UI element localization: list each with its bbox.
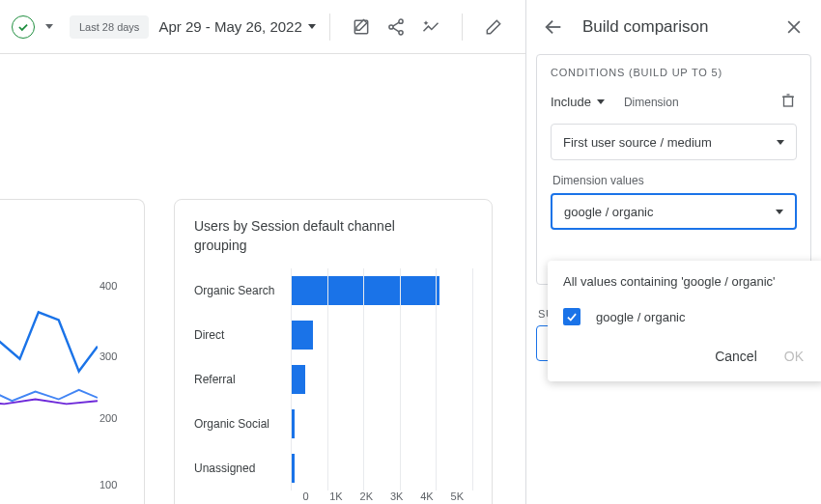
- customize-report-icon[interactable]: [348, 14, 375, 41]
- bar-row: Referral: [194, 357, 472, 402]
- bar-track: [291, 402, 472, 446]
- svg-line-4: [393, 22, 399, 26]
- bar-x-tick: 5K: [442, 490, 472, 502]
- svg-point-2: [389, 24, 393, 28]
- bar-label: Unassigned: [194, 462, 291, 475]
- y-tick: 100: [99, 479, 128, 490]
- line-chart-card: over time 400 300 200 100 22: [0, 199, 145, 504]
- share-icon[interactable]: [382, 14, 410, 41]
- svg-point-1: [399, 19, 403, 23]
- conditions-heading: CONDITIONS (BUILD UP TO 5): [551, 67, 797, 78]
- chevron-down-icon: [777, 140, 784, 145]
- bar-track: [291, 446, 472, 490]
- delete-icon[interactable]: [779, 92, 797, 112]
- status-dropdown-icon[interactable]: [37, 24, 56, 29]
- back-arrow-icon[interactable]: [542, 16, 565, 38]
- bar-fill: [291, 321, 313, 350]
- bar-label: Organic Search: [194, 284, 291, 297]
- cancel-button[interactable]: Cancel: [715, 349, 757, 364]
- date-preset-chip[interactable]: Last 28 days: [70, 15, 149, 39]
- dimension-values-label: Dimension values: [552, 174, 797, 187]
- chevron-down-icon: [597, 99, 605, 104]
- svg-line-5: [393, 27, 399, 31]
- bar-label: Direct: [194, 328, 291, 342]
- bar-fill: [291, 276, 439, 305]
- dimension-select[interactable]: First user source / medium: [551, 124, 797, 160]
- card-title: Users by Session default channel groupin…: [194, 217, 407, 255]
- close-icon[interactable]: [782, 17, 806, 37]
- checkbox-checked-icon[interactable]: [563, 308, 580, 325]
- bar-x-tick: 4K: [411, 490, 441, 502]
- bar-fill: [291, 365, 305, 394]
- insights-icon[interactable]: [417, 14, 444, 41]
- card-title: over time: [0, 217, 125, 237]
- dropdown-option-label: google / organic: [596, 310, 686, 324]
- bar-chart-card: Users by Session default channel groupin…: [174, 199, 493, 504]
- bar-label: Referral: [194, 373, 291, 386]
- panel-header: Build comparison: [526, 0, 821, 54]
- chevron-down-icon: [776, 210, 783, 214]
- dropdown-heading: All values containing 'google / organic': [548, 261, 821, 298]
- values-dropdown: All values containing 'google / organic'…: [548, 261, 821, 381]
- bar-row: Unassigned: [194, 446, 472, 490]
- bar-track: [291, 268, 472, 313]
- line-chart: 400 300 200 100 22: [0, 250, 125, 504]
- include-dropdown[interactable]: Include: [551, 95, 605, 109]
- svg-point-3: [399, 30, 403, 34]
- divider: [462, 14, 463, 41]
- line-chart-svg: [0, 250, 98, 406]
- bar-chart: Organic SearchDirectReferralOrganic Soci…: [194, 268, 472, 504]
- bar-row: Organic Social: [194, 402, 472, 446]
- bar-label: Organic Social: [194, 417, 291, 431]
- condition-card: CONDITIONS (BUILD UP TO 5) Include Dimen…: [536, 54, 811, 285]
- bar-x-tick: 0: [291, 490, 321, 502]
- y-tick: 200: [99, 412, 128, 424]
- panel-body: CONDITIONS (BUILD UP TO 5) Include Dimen…: [526, 54, 821, 361]
- bar-x-tick: 2K: [352, 490, 382, 502]
- bar-track: [291, 357, 472, 402]
- bar-track: [291, 313, 472, 357]
- bar-x-tick: 3K: [382, 490, 411, 502]
- condition-row: Include Dimension: [551, 92, 797, 112]
- dimension-label: Dimension: [624, 96, 679, 109]
- date-range-picker[interactable]: Apr 29 - May 26, 2022: [158, 18, 315, 35]
- dropdown-option[interactable]: google / organic: [548, 298, 821, 335]
- edit-icon[interactable]: [480, 14, 507, 41]
- comparison-panel: Build comparison CONDITIONS (BUILD UP TO…: [525, 0, 821, 504]
- y-tick: 300: [99, 350, 128, 362]
- bar-x-tick: 1K: [321, 490, 351, 502]
- date-range-label: Apr 29 - May 26, 2022: [158, 18, 301, 35]
- panel-title: Build comparison: [582, 17, 782, 37]
- bar-row: Organic Search: [194, 268, 472, 313]
- y-tick: 400: [99, 280, 128, 292]
- svg-rect-9: [784, 97, 793, 106]
- bar-row: Direct: [194, 313, 472, 357]
- dimension-values-select[interactable]: google / organic: [551, 193, 797, 230]
- ok-button[interactable]: OK: [784, 349, 804, 364]
- divider: [329, 14, 330, 41]
- status-check-icon[interactable]: [12, 15, 35, 39]
- dropdown-actions: Cancel OK: [548, 335, 821, 378]
- bar-x-axis: 01K2K3K4K5K: [291, 490, 472, 502]
- chevron-down-icon: [308, 24, 316, 29]
